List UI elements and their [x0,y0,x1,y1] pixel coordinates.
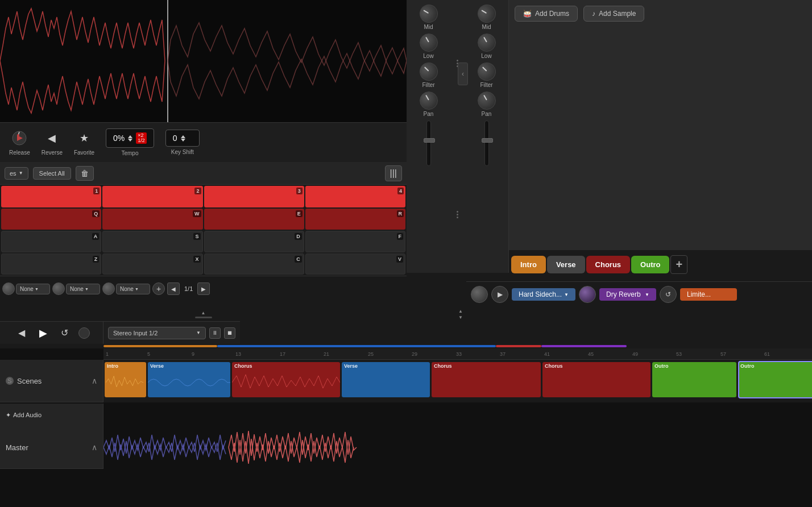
pad-2[interactable]: 2 [102,186,202,207]
waveform-area [0,0,407,122]
add-section-button[interactable]: + [670,255,687,274]
scroll-down-icon[interactable]: ▼ [458,315,463,320]
panel-collapse-btn[interactable]: ‹ [458,63,468,85]
pad-s[interactable]: S [102,231,202,252]
loop-button[interactable]: ↺ [57,325,73,341]
scroll-up-btn[interactable]: ▲ [195,310,212,318]
low-knob-2[interactable]: Low [478,34,496,59]
fx-play-btn[interactable]: ▶ [491,286,508,303]
record-button[interactable] [78,327,90,339]
intro-section-button[interactable]: Intro [511,256,546,273]
tempo-up-arrow[interactable] [128,135,132,138]
segment-chorus-1[interactable]: Chorus [232,362,340,397]
dropdown-chevron-icon-2: ▼ [85,287,89,291]
nav-prev-button[interactable]: ◀ [167,282,180,295]
release-button[interactable]: Release [9,129,30,156]
scenes-collapse-button[interactable]: ∧ [92,376,97,385]
stop-button[interactable]: ⏹ [224,327,235,339]
mid-knob-1[interactable]: Mid [420,5,438,30]
pad-r[interactable]: R [305,209,405,230]
outro-section-button[interactable]: Outro [631,256,669,273]
mid-knob-2[interactable]: Mid [478,5,496,30]
pad-f[interactable]: F [305,231,405,252]
filter-knob-2[interactable]: Filter [478,63,496,88]
effect-dropdown-2[interactable]: None ▼ [66,284,100,294]
fx-knob-2[interactable] [579,286,596,303]
segment-verse-2[interactable]: Verse [342,362,430,397]
add-audio-button[interactable]: ✦ Add Audio [6,412,42,419]
filter-knob-1[interactable]: Filter [420,63,438,88]
hard-sidechain-button[interactable]: Hard Sidech... ▼ [512,288,575,301]
segment-outro-2[interactable]: Outro [738,362,812,397]
keyshift-down[interactable] [181,139,185,142]
pan-knob-1[interactable]: Pan [420,92,438,117]
effect-knob-2[interactable] [52,282,65,295]
tempo-down-arrow[interactable] [128,139,132,142]
dry-reverb-button[interactable]: Dry Reverb ▼ [599,288,656,301]
scenes-label: Scenes [17,377,42,385]
segment-verse-1[interactable]: Verse [148,362,230,397]
pad-w[interactable]: W [102,209,202,230]
pad-type-dropdown[interactable]: es ▼ [5,167,28,180]
pad-3[interactable]: 3 [204,186,304,207]
pad-1[interactable]: 1 [1,186,101,207]
pad-q[interactable]: Q [1,209,101,230]
reverse-button[interactable]: ◀ Reverse [42,129,63,156]
svg-point-4 [17,134,19,136]
effect-knob-1[interactable] [2,282,15,295]
pad-4[interactable]: 4 [305,186,405,207]
scroll-up-icon[interactable]: ▲ [458,309,463,314]
effect-slot-2: None ▼ [52,282,100,295]
pad-a[interactable]: A [1,231,101,252]
fader-2[interactable] [484,120,489,166]
pad-d[interactable]: D [204,231,304,252]
segment-verse-2-label: Verse [342,362,430,370]
keyshift-box[interactable]: 0 [165,130,200,147]
tempo-box[interactable]: 0% ×2 1/2 [106,128,154,148]
segment-chorus-2[interactable]: Chorus [432,362,541,397]
pause-button[interactable]: ⏸ [209,327,221,339]
pad-c[interactable]: C [204,254,304,275]
fader-1[interactable] [426,120,431,166]
keyshift-up[interactable] [181,135,185,138]
tempo-arrows[interactable] [128,135,132,142]
select-all-button[interactable]: Select All [33,167,71,180]
segment-chorus-3[interactable]: Chorus [542,362,651,397]
pad-v[interactable]: V [305,254,405,275]
rewind-button[interactable]: ◀ [14,325,30,341]
segment-outro-1[interactable]: Outro [652,362,736,397]
stop-icon: ⏹ [227,330,233,336]
pad-e[interactable]: E [204,209,304,230]
master-collapse-button[interactable]: ∧ [92,443,97,452]
fx-undo-btn[interactable]: ↺ [660,286,677,303]
add-sample-button[interactable]: ♪ Add Sample [583,6,644,22]
delete-button[interactable]: 🗑 [76,166,94,181]
favorite-button[interactable]: ★ Favorite [74,129,94,156]
eq-options-dots-2[interactable] [454,211,461,218]
keyshift-value: 0 [173,134,177,143]
add-drums-button[interactable]: 🥁 Add Drums [515,6,578,22]
effect-dropdown-3[interactable]: None ▼ [116,284,150,294]
segment-intro[interactable]: Intro [105,362,146,397]
low-knob-1[interactable]: Low [420,34,438,59]
mixer-button[interactable]: ||| [385,165,402,181]
chorus-section-button[interactable]: Chorus [586,256,631,273]
fx-knob-1[interactable] [471,286,488,303]
verse-section-button[interactable]: Verse [547,256,585,273]
ruler-mark-53: 53 [676,351,682,357]
effect-knob-3[interactable] [102,282,115,295]
limiter-button[interactable]: Limite... [680,288,737,301]
effect-dropdown-1[interactable]: None ▼ [16,284,50,294]
ruler-mark-21: 21 [324,351,329,357]
keyshift-arrows[interactable] [181,135,185,142]
add-effect-button[interactable]: + [152,282,165,295]
segment-outro-1-label: Outro [652,362,736,370]
nav-next-button[interactable]: ▶ [197,282,210,295]
pad-z[interactable]: Z [1,254,101,275]
progress-blue [217,345,496,347]
pad-x[interactable]: X [102,254,202,275]
pan-knob-2[interactable]: Pan [478,92,496,117]
star-icon: ★ [75,129,93,147]
play-button[interactable]: ▶ [35,325,51,341]
input-dropdown[interactable]: Stereo Input 1/2 ▼ [108,327,206,339]
